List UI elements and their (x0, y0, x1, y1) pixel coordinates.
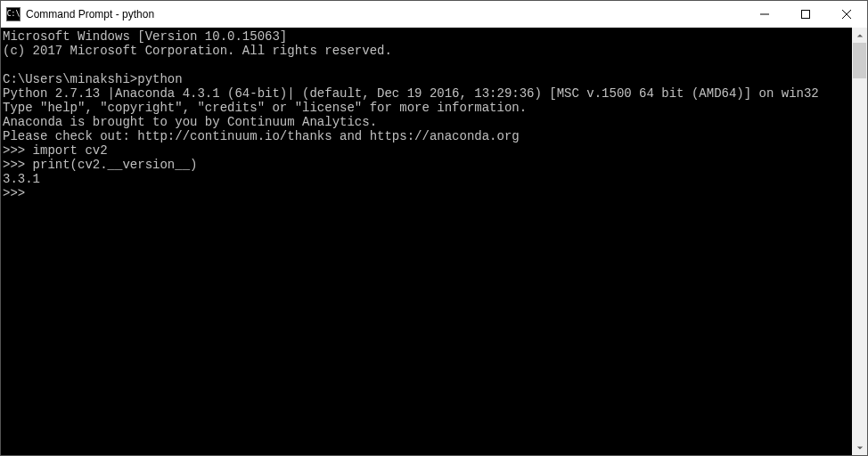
maximize-icon (801, 10, 810, 19)
content-area: Microsoft Windows [Version 10.0.15063] (… (1, 28, 867, 455)
terminal-output[interactable]: Microsoft Windows [Version 10.0.15063] (… (1, 28, 852, 455)
window-controls (744, 1, 867, 28)
cmd-icon-text: C:\ (7, 11, 20, 18)
close-icon (842, 10, 851, 19)
window-title: Command Prompt - python (26, 8, 744, 20)
scroll-up-button[interactable] (852, 28, 867, 43)
vertical-scrollbar[interactable] (852, 28, 867, 455)
svg-rect-1 (802, 11, 810, 19)
command-prompt-window: C:\ Command Prompt - python Microsoft Wi… (0, 0, 868, 456)
minimize-button[interactable] (744, 1, 785, 28)
maximize-button[interactable] (785, 1, 826, 28)
cmd-icon: C:\ (6, 7, 20, 21)
scrollbar-thumb[interactable] (853, 43, 866, 78)
chevron-up-icon (856, 32, 864, 39)
titlebar[interactable]: C:\ Command Prompt - python (1, 1, 867, 28)
chevron-down-icon (856, 444, 864, 452)
minimize-icon (760, 10, 769, 19)
scroll-down-button[interactable] (852, 440, 867, 455)
close-button[interactable] (826, 1, 867, 28)
